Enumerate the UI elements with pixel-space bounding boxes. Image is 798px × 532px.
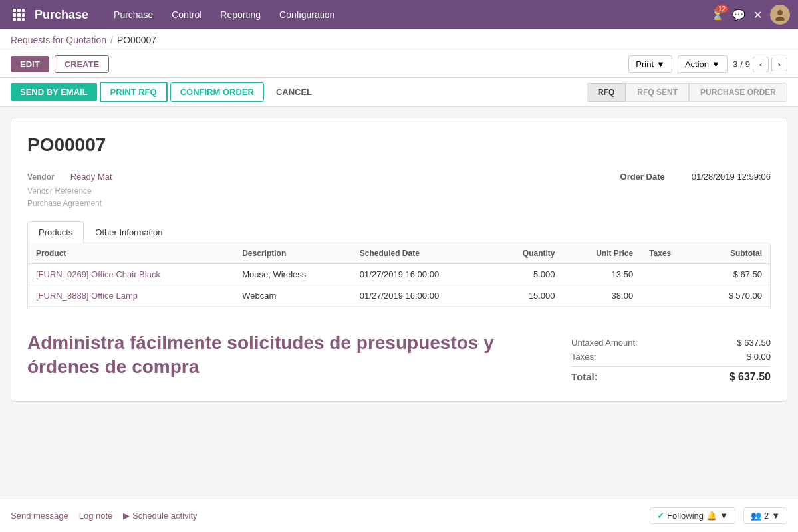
breadcrumb: Requests for Quotation / PO00007 [0, 29, 798, 51]
total-value: $ 637.50 [730, 371, 771, 383]
action-chevron: ▼ [712, 59, 720, 69]
cancel-button[interactable]: CANCEL [267, 83, 321, 101]
total-row: Total: $ 637.50 [571, 366, 771, 385]
document-card: PO00007 Vendor Ready Mat Vendor Referenc… [11, 118, 787, 402]
cell-qty-1: 15.000 [492, 285, 563, 307]
svg-rect-1 [17, 9, 21, 12]
main-content: PO00007 Vendor Ready Mat Vendor Referenc… [0, 107, 798, 487]
table-header-row: Product Description Scheduled Date Quant… [28, 243, 770, 264]
col-quantity: Quantity [492, 243, 563, 264]
cell-description-0: Mouse, Wireless [234, 264, 352, 285]
order-date-label: Order Date [620, 172, 665, 182]
cell-product-0[interactable]: [FURN_0269] Office Chair Black [28, 264, 234, 285]
send-message[interactable]: Send message [11, 511, 68, 521]
promo-text: Administra fácilmente solicitudes de pre… [27, 326, 558, 385]
svg-rect-8 [22, 18, 25, 21]
col-subtotal: Subtotal [697, 243, 770, 264]
purchase-agreement-label: Purchase Agreement [27, 199, 102, 208]
print-dropdown[interactable]: Print ▼ [628, 55, 672, 73]
status-pills: RFQ RFQ SENT PURCHASE ORDER [587, 83, 787, 102]
tabs: Products Other Information [27, 221, 771, 243]
breadcrumb-separator: / [110, 35, 113, 45]
followers-button[interactable]: 👥 2 ▼ [743, 507, 787, 524]
cell-description-1: Webcam [234, 285, 352, 307]
totals-section: Untaxed Amount: $ 637.50 Taxes: $ 0.00 T… [571, 336, 771, 385]
taxes-value: $ 0.00 [747, 352, 771, 362]
cell-subtotal-0: $ 67.50 [697, 264, 770, 285]
pagination-next[interactable]: › [771, 57, 787, 72]
breadcrumb-current: PO00007 [117, 35, 156, 45]
svg-point-9 [777, 10, 783, 15]
bell-icon: 🔔 [706, 511, 717, 521]
print-label: Print [636, 59, 654, 69]
form-fields: Vendor Ready Mat Vendor Reference Purcha… [27, 172, 771, 208]
cell-price-1: 38.00 [563, 285, 641, 307]
action-dropdown[interactable]: Action ▼ [678, 55, 728, 73]
svg-rect-6 [13, 18, 16, 21]
total-label: Total: [571, 371, 598, 383]
nav-reporting[interactable]: Reporting [211, 0, 270, 29]
svg-rect-2 [22, 9, 25, 12]
close-icon[interactable]: ✕ [753, 9, 762, 21]
untaxed-value: $ 637.50 [737, 338, 771, 348]
following-button[interactable]: ✓ Following 🔔 ▼ [650, 507, 735, 524]
chat-icon[interactable]: 💬 [732, 9, 745, 21]
totals-table: Untaxed Amount: $ 637.50 Taxes: $ 0.00 T… [571, 336, 771, 385]
col-taxes: Taxes [641, 243, 697, 264]
schedule-activity[interactable]: ▶ Schedule activity [123, 511, 197, 521]
col-unit-price: Unit Price [563, 243, 641, 264]
cell-price-0: 13.50 [563, 264, 641, 285]
pagination-current: 3 [733, 59, 737, 69]
clock-icon[interactable]: ⏳ 12 [711, 9, 724, 21]
nav-control[interactable]: Control [162, 0, 211, 29]
grid-icon[interactable] [8, 4, 29, 25]
print-rfq-button[interactable]: PRINT RFQ [100, 82, 168, 102]
taxes-row: Taxes: $ 0.00 [571, 350, 771, 364]
log-note[interactable]: Log note [79, 511, 113, 521]
cell-subtotal-1: $ 570.00 [697, 285, 770, 307]
field-group-right: Order Date 01/28/2019 12:59:06 [320, 172, 771, 208]
col-product: Product [28, 243, 234, 264]
svg-rect-5 [22, 13, 25, 17]
bottom-bar: Send message Log note ▶ Schedule activit… [0, 499, 798, 532]
tab-content-products: Product Description Scheduled Date Quant… [27, 243, 771, 307]
following-check-icon: ✓ [657, 511, 664, 521]
confirm-order-button[interactable]: CONFIRM ORDER [170, 82, 264, 102]
svg-rect-3 [13, 13, 16, 17]
untaxed-label: Untaxed Amount: [571, 338, 638, 348]
action-label: Action [685, 59, 709, 69]
create-button[interactable]: CREATE [55, 55, 109, 73]
tab-other-info[interactable]: Other Information [84, 221, 174, 243]
pagination-prev[interactable]: ‹ [753, 57, 769, 72]
pagination-total: 9 [745, 59, 750, 69]
print-chevron: ▼ [656, 59, 665, 69]
followers-person-icon: 👥 [751, 511, 761, 521]
edit-button[interactable]: EDIT [11, 56, 49, 72]
vendor-value[interactable]: Ready Mat [70, 172, 112, 182]
nav-right: ⏳ 12 💬 ✕ [711, 5, 790, 25]
following-chevron: ▼ [720, 511, 728, 521]
send-by-email-button[interactable]: SEND BY EMAIL [11, 83, 97, 101]
action-bar: EDIT CREATE Print ▼ Action ▼ 3 / 9 ‹ › [0, 51, 798, 78]
nav-menu: Purchase Control Reporting Configuration [104, 0, 344, 29]
svg-point-10 [775, 17, 785, 21]
notification-badge: 12 [716, 5, 728, 13]
status-rfq[interactable]: RFQ [587, 83, 626, 102]
status-rfq-sent[interactable]: RFQ SENT [626, 83, 689, 102]
nav-purchase[interactable]: Purchase [104, 0, 162, 29]
tab-products[interactable]: Products [27, 221, 84, 243]
pagination-sep: / [740, 59, 743, 69]
svg-rect-4 [17, 13, 21, 17]
svg-rect-0 [13, 9, 16, 12]
vendor-ref-label: Vendor Reference [27, 186, 92, 196]
cell-product-1[interactable]: [FURN_8888] Office Lamp [28, 285, 234, 307]
top-navigation: Purchase Purchase Control Reporting Conf… [0, 0, 798, 29]
breadcrumb-parent[interactable]: Requests for Quotation [11, 35, 106, 45]
cell-date-1: 01/27/2019 16:00:00 [352, 285, 492, 307]
nav-configuration[interactable]: Configuration [270, 0, 344, 29]
bottom-right: ✓ Following 🔔 ▼ 👥 2 ▼ [650, 507, 787, 524]
status-purchase-order[interactable]: PURCHASE ORDER [689, 83, 787, 102]
user-avatar[interactable] [770, 5, 790, 25]
cell-qty-0: 5.000 [492, 264, 563, 285]
vendor-field: Vendor Ready Mat [27, 172, 293, 182]
